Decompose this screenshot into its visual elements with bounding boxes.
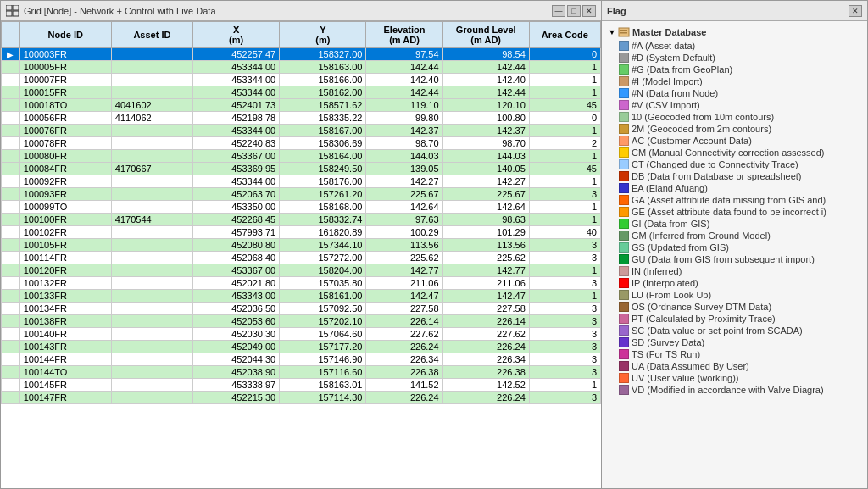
table-row[interactable]: 100080FR453367.00158164.00144.03144.031 xyxy=(2,150,601,163)
cell-3[interactable]: 452053.60 xyxy=(193,315,280,328)
cell-4[interactable]: 158332.74 xyxy=(280,214,366,226)
flag-tree-item[interactable]: LU (From Look Up) xyxy=(605,289,864,301)
cell-4[interactable]: 157272.00 xyxy=(280,252,366,264)
cell-6[interactable]: 142.77 xyxy=(442,264,529,277)
table-row[interactable]: 100144TO452038.90157116.60226.38226.383 xyxy=(2,366,601,379)
col-header-y[interactable]: Y(m) xyxy=(280,22,366,48)
table-row[interactable]: 100133FR453343.00158161.00142.47142.471 xyxy=(2,290,601,303)
cell-4[interactable]: 158571.62 xyxy=(280,99,366,112)
cell-5[interactable]: 142.77 xyxy=(366,264,442,277)
cell-6[interactable]: 100.80 xyxy=(442,112,529,125)
flag-tree-item[interactable]: #I (Model Import) xyxy=(605,75,864,87)
cell-5[interactable]: 211.06 xyxy=(366,277,442,290)
cell-7[interactable]: 3 xyxy=(529,252,600,264)
cell-7[interactable]: 3 xyxy=(529,303,600,315)
cell-5[interactable]: 113.56 xyxy=(366,239,442,252)
cell-0[interactable] xyxy=(2,239,20,252)
flag-tree-item[interactable]: 10 (Geocoded from 10m contours) xyxy=(605,111,864,123)
grid-scroll-area[interactable]: Node ID Asset ID X(m) Y(m) Elevation(m A… xyxy=(1,21,601,488)
cell-7[interactable]: 3 xyxy=(529,366,600,379)
cell-0[interactable] xyxy=(2,277,20,290)
cell-1[interactable]: 100056FR xyxy=(19,112,111,125)
cell-4[interactable]: 158163.01 xyxy=(280,379,366,392)
table-row[interactable]: 100143FR452049.00157177.20226.24226.243 xyxy=(2,341,601,353)
cell-4[interactable]: 157064.60 xyxy=(280,328,366,341)
cell-6[interactable]: 142.64 xyxy=(442,201,529,214)
cell-0[interactable] xyxy=(2,353,20,366)
cell-1[interactable]: 100120FR xyxy=(19,264,111,277)
cell-3[interactable]: 452268.45 xyxy=(193,214,280,226)
flag-tree-item[interactable]: GU (Data from GIS from subsequent import… xyxy=(605,253,864,265)
flag-tree-item[interactable]: #G (Data from GeoPlan) xyxy=(605,64,864,75)
table-row[interactable]: 100093FR452063.70157261.20225.67225.673 xyxy=(2,188,601,201)
table-row[interactable]: 100145FR453338.97158163.01141.52142.521 xyxy=(2,379,601,392)
flag-tree-item[interactable]: EA (Eland Afuang) xyxy=(605,182,864,194)
cell-1[interactable]: 100080FR xyxy=(19,150,111,163)
flag-content[interactable]: ▼ Master Database #A (Asset data)#D (Sys… xyxy=(602,21,867,488)
table-row[interactable]: 100144FR452044.30157146.90226.34226.343 xyxy=(2,353,601,366)
cell-6[interactable]: 142.44 xyxy=(442,61,529,74)
table-row[interactable]: 100056FR4114062452198.78158335.2299.8010… xyxy=(2,112,601,125)
cell-3[interactable]: 453344.00 xyxy=(193,86,280,99)
cell-2[interactable]: 4170544 xyxy=(111,214,192,226)
cell-2[interactable] xyxy=(111,277,192,290)
cell-7[interactable]: 1 xyxy=(529,214,600,226)
cell-7[interactable]: 1 xyxy=(529,125,600,137)
cell-0[interactable] xyxy=(2,150,20,163)
cell-1[interactable]: 100093FR xyxy=(19,188,111,201)
cell-4[interactable]: 157177.20 xyxy=(280,341,366,353)
cell-2[interactable] xyxy=(111,290,192,303)
cell-4[interactable]: 158327.00 xyxy=(280,48,366,61)
cell-2[interactable] xyxy=(111,137,192,150)
cell-7[interactable]: 45 xyxy=(529,99,600,112)
col-header-nodeid[interactable]: Node ID xyxy=(19,22,111,48)
cell-2[interactable] xyxy=(111,366,192,379)
cell-3[interactable]: 452063.70 xyxy=(193,188,280,201)
maximize-button[interactable]: □ xyxy=(567,5,581,17)
cell-1[interactable]: 100099TO xyxy=(19,201,111,214)
cell-4[interactable]: 158176.00 xyxy=(280,175,366,188)
flag-tree-item[interactable]: 2M (Geocoded from 2m contours) xyxy=(605,123,864,135)
cell-1[interactable]: 100132FR xyxy=(19,277,111,290)
cell-0[interactable] xyxy=(2,74,20,86)
cell-3[interactable]: 452257.47 xyxy=(193,48,280,61)
cell-1[interactable]: 100007FR xyxy=(19,74,111,86)
cell-4[interactable]: 158204.00 xyxy=(280,264,366,277)
flag-tree-item[interactable]: IN (Inferred) xyxy=(605,265,864,277)
cell-6[interactable]: 142.27 xyxy=(442,175,529,188)
cell-1[interactable]: 100102FR xyxy=(19,226,111,239)
cell-6[interactable]: 113.56 xyxy=(442,239,529,252)
cell-4[interactable]: 158168.00 xyxy=(280,201,366,214)
cell-0[interactable] xyxy=(2,86,20,99)
table-row[interactable]: 100007FR453344.00158166.00142.40142.401 xyxy=(2,74,601,86)
cell-0[interactable] xyxy=(2,366,20,379)
flag-tree-item[interactable]: #V (CSV Import) xyxy=(605,99,864,111)
cell-7[interactable]: 1 xyxy=(529,74,600,86)
cell-3[interactable]: 452036.50 xyxy=(193,303,280,315)
cell-4[interactable]: 157116.60 xyxy=(280,366,366,379)
cell-3[interactable]: 453343.00 xyxy=(193,290,280,303)
flag-tree-item[interactable]: SC (Data value or set point from SCADA) xyxy=(605,325,864,336)
cell-0[interactable] xyxy=(2,175,20,188)
cell-6[interactable]: 142.44 xyxy=(442,86,529,99)
cell-5[interactable]: 142.40 xyxy=(366,74,442,86)
cell-6[interactable]: 227.58 xyxy=(442,303,529,315)
table-row[interactable]: 100120FR453367.00158204.00142.77142.771 xyxy=(2,264,601,277)
cell-4[interactable]: 157114.30 xyxy=(280,392,366,404)
cell-2[interactable] xyxy=(111,252,192,264)
cell-4[interactable]: 158335.22 xyxy=(280,112,366,125)
cell-5[interactable]: 98.70 xyxy=(366,137,442,150)
cell-6[interactable]: 144.03 xyxy=(442,150,529,163)
cell-0[interactable] xyxy=(2,303,20,315)
cell-0[interactable] xyxy=(2,201,20,214)
cell-0[interactable]: ▶ xyxy=(2,48,20,61)
cell-6[interactable]: 225.67 xyxy=(442,188,529,201)
cell-1[interactable]: 100105FR xyxy=(19,239,111,252)
cell-6[interactable]: 226.38 xyxy=(442,366,529,379)
cell-0[interactable] xyxy=(2,290,20,303)
cell-4[interactable]: 161820.89 xyxy=(280,226,366,239)
table-row[interactable]: 100134FR452036.50157092.50227.58227.583 xyxy=(2,303,601,315)
cell-7[interactable]: 3 xyxy=(529,353,600,366)
cell-4[interactable]: 158306.69 xyxy=(280,137,366,150)
cell-6[interactable]: 142.52 xyxy=(442,379,529,392)
